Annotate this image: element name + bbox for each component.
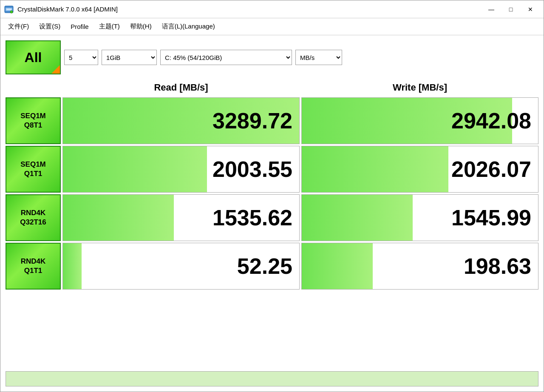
svg-point-3 xyxy=(10,11,13,13)
read-value-rnd4k-q32t16: 1535.62 xyxy=(62,194,300,241)
menu-language[interactable]: 语言(L)(Language) xyxy=(158,21,219,32)
main-window: CrystalDiskMark 7.0.0 x64 [ADMIN] — □ ✕ … xyxy=(0,0,544,392)
menu-theme[interactable]: 主题(T) xyxy=(95,21,124,32)
menu-help[interactable]: 帮助(H) xyxy=(126,21,156,32)
write-value-rnd4k-q32t16: 1545.99 xyxy=(301,194,538,241)
window-title: CrystalDiskMark 7.0.0 x64 [ADMIN] xyxy=(17,6,482,13)
write-value-seq1m-q8t1: 2942.08 xyxy=(301,97,538,144)
maximize-button[interactable]: □ xyxy=(501,3,521,16)
row-label-rnd4k-q32t16: RND4K Q32T16 xyxy=(6,194,61,241)
table-row: SEQ1M Q8T1 3289.72 2942.08 xyxy=(6,97,538,144)
unit-select[interactable]: MB/s GB/s IOPS μs xyxy=(295,50,342,65)
results-table: Read [MB/s] Write [MB/s] SEQ1M Q8T1 3289… xyxy=(6,80,538,368)
read-header: Read [MB/s] xyxy=(62,80,300,96)
menu-settings[interactable]: 设置(S) xyxy=(35,21,65,32)
row-label-seq1m-q8t1: SEQ1M Q8T1 xyxy=(6,97,61,144)
table-row: SEQ1M Q1T1 2003.55 2026.07 xyxy=(6,146,538,193)
column-headers: Read [MB/s] Write [MB/s] xyxy=(62,80,538,96)
read-value-rnd4k-q1t1: 52.25 xyxy=(62,243,300,290)
read-value-seq1m-q1t1: 2003.55 xyxy=(62,146,300,193)
count-select[interactable]: 1 3 5 10 xyxy=(64,50,98,65)
row-label-seq1m-q1t1: SEQ1M Q1T1 xyxy=(6,146,61,193)
menu-bar: 文件(F) 设置(S) Profile 主题(T) 帮助(H) 语言(L)(La… xyxy=(0,18,544,35)
svg-rect-2 xyxy=(6,9,11,10)
read-value-seq1m-q8t1: 3289.72 xyxy=(62,97,300,144)
content-area: All 1 3 5 10 512MiB 1GiB 2GiB 4GiB 8GiB … xyxy=(0,35,544,392)
toolbar-row: All 1 3 5 10 512MiB 1GiB 2GiB 4GiB 8GiB … xyxy=(6,40,538,74)
minimize-button[interactable]: — xyxy=(482,3,501,16)
write-header: Write [MB/s] xyxy=(301,80,538,96)
table-row: RND4K Q32T16 1535.62 1545.99 xyxy=(6,194,538,241)
all-button[interactable]: All xyxy=(6,40,61,74)
row-label-rnd4k-q1t1: RND4K Q1T1 xyxy=(6,243,61,290)
window-controls: — □ ✕ xyxy=(482,3,540,16)
table-row: RND4K Q1T1 52.25 198.63 xyxy=(6,243,538,290)
title-bar: CrystalDiskMark 7.0.0 x64 [ADMIN] — □ ✕ xyxy=(0,0,544,18)
close-button[interactable]: ✕ xyxy=(521,3,540,16)
size-select[interactable]: 512MiB 1GiB 2GiB 4GiB 8GiB 16GiB 32GiB xyxy=(102,50,157,65)
status-bar xyxy=(6,371,538,386)
menu-file[interactable]: 文件(F) xyxy=(4,21,33,32)
app-icon xyxy=(4,4,14,14)
write-value-seq1m-q1t1: 2026.07 xyxy=(301,146,538,193)
write-value-rnd4k-q1t1: 198.63 xyxy=(301,243,538,290)
menu-profile[interactable]: Profile xyxy=(66,21,93,32)
drive-select[interactable]: C: 45% (54/120GiB) xyxy=(160,50,292,65)
